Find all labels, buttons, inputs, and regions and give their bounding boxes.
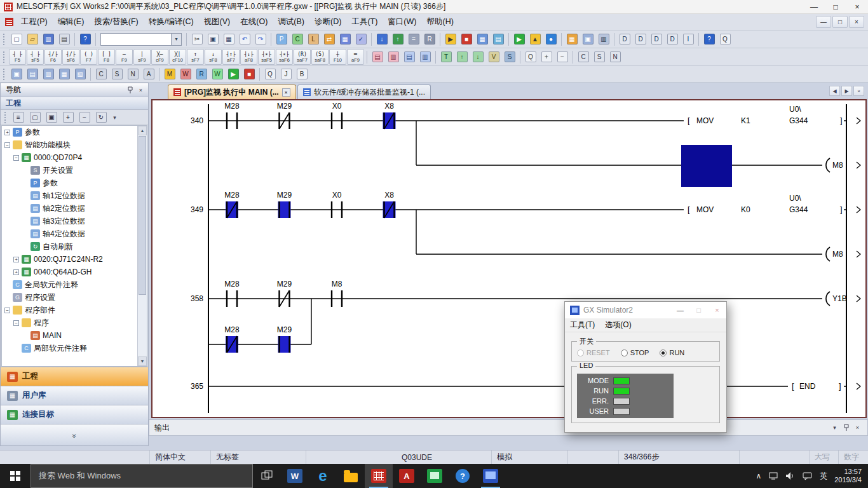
simulator-minimize-button[interactable]: — — [671, 302, 689, 318]
delete-row-icon[interactable]: ▥ — [386, 50, 401, 65]
monitor-write-mode-icon[interactable]: W — [210, 67, 225, 82]
device-comment-icon[interactable]: C — [290, 32, 305, 47]
menu-item-9[interactable]: 窗口(W) — [383, 14, 421, 30]
label-setting-icon[interactable]: L — [306, 32, 321, 47]
tree-expander-icon[interactable]: − — [4, 142, 10, 148]
mdi-child-icon[interactable] — [5, 18, 13, 26]
gx-simulator2-window[interactable]: GX Simulator2 — □ × 工具(T)选项(O) 开关 RESETS… — [564, 301, 727, 433]
nav-close-icon[interactable]: × — [136, 85, 146, 95]
taskbar-app-gx-works2[interactable] — [365, 464, 393, 488]
tab-close-all-icon[interactable]: × — [853, 86, 864, 96]
statement-display-icon[interactable]: S — [592, 50, 607, 65]
toolbar-grip[interactable] — [3, 69, 6, 80]
read-mode-icon[interactable]: R — [194, 67, 209, 82]
copy-icon[interactable]: ▣ — [205, 32, 220, 47]
ladder-saF6-button[interactable]: ┤∗├saF6 — [276, 49, 293, 65]
toolbar-grip[interactable] — [4, 112, 7, 123]
menu-item-0[interactable]: 工程(P) — [16, 14, 53, 30]
tab-close-icon[interactable]: × — [282, 88, 290, 97]
ladder-sF6-button[interactable]: ┤/├sF6 — [62, 49, 79, 65]
taskbar-search[interactable]: 搜索 Web 和 Windows — [31, 464, 253, 488]
mdi-close-button[interactable]: × — [849, 16, 864, 28]
insert-row-icon[interactable]: ▤ — [370, 50, 385, 65]
tree-item-2[interactable]: −▦0000:QD70P4 — [2, 151, 147, 164]
pin-icon[interactable] — [125, 85, 135, 95]
output-pin-icon[interactable] — [841, 423, 851, 433]
taskbar-app-edge[interactable]: e — [309, 464, 337, 488]
save-icon[interactable]: ▥ — [41, 32, 56, 47]
menu-item-2[interactable]: 搜索/替换(F) — [89, 14, 143, 30]
radio-stop[interactable]: STOP — [621, 349, 649, 356]
nav-sort-icon[interactable]: ≡ — [11, 110, 26, 125]
menu-item-10[interactable]: 帮助(H) — [421, 14, 458, 30]
tree-item-15[interactable]: −程序 — [2, 316, 147, 329]
document-tab-0[interactable]: [PRG]监视 执行中 MAIN (...× — [168, 85, 296, 99]
tree-item-17[interactable]: C局部软元件注释 — [2, 342, 147, 355]
write-mode-icon[interactable]: W — [178, 67, 193, 82]
tree-item-7[interactable]: ▤轴3定位数据 — [2, 215, 147, 227]
tree-expander-icon[interactable]: − — [13, 320, 19, 326]
tray-clock[interactable]: 13:57 2019/3/4 — [834, 468, 862, 484]
start-button[interactable] — [0, 464, 31, 488]
zoom-in-icon[interactable]: + — [539, 50, 554, 65]
selection-cursor[interactable] — [681, 145, 732, 187]
toolbar-grip[interactable] — [3, 34, 6, 45]
scroll-down-icon[interactable]: ▼ — [138, 356, 147, 366]
convert-icon[interactable]: ⇄ — [322, 32, 337, 47]
tree-item-8[interactable]: ▤轴4定位数据 — [2, 227, 147, 240]
taskbar-app-gx-simulator[interactable] — [477, 464, 505, 488]
tray-expand-icon[interactable]: ∧ — [756, 471, 761, 480]
remote-operation-icon[interactable]: R — [422, 32, 437, 47]
element-selection-icon[interactable]: ▣ — [580, 32, 595, 47]
write-to-plc-icon[interactable]: ↓ — [374, 32, 390, 47]
taskbar-app-green-utility[interactable] — [421, 464, 449, 488]
display-comment-icon[interactable]: C — [93, 67, 109, 82]
taskbar-app-task-view[interactable] — [253, 464, 281, 488]
display-note-icon[interactable]: N — [125, 67, 140, 82]
simulator-title-bar[interactable]: GX Simulator2 — □ × — [565, 302, 726, 318]
tree-item-14[interactable]: −程序部件 — [2, 304, 147, 316]
ladder-saF5-button[interactable]: ┤∗├saF5 — [258, 49, 275, 65]
tree-item-12[interactable]: C全局软元件注释 — [2, 278, 147, 291]
tree-item-0[interactable]: +P参数 — [2, 126, 147, 139]
nav-more-strip[interactable]: » — [1, 424, 148, 445]
note-display-icon[interactable]: N — [607, 50, 623, 65]
ladder-sF5-button[interactable]: ┤ ├sF5 — [27, 49, 44, 65]
ladder-F8-button[interactable]: [ ]F8 — [98, 49, 115, 65]
project-window-icon[interactable]: ▣ — [9, 67, 24, 82]
nav-button-project[interactable]: ▦工程 — [1, 367, 148, 386]
sim-menu-item-0[interactable]: 工具(T) — [570, 320, 595, 330]
undo-icon[interactable]: ↶ — [237, 32, 252, 47]
insert-column-icon[interactable]: ▤ — [402, 50, 417, 65]
watch-window-2-icon[interactable]: D — [633, 32, 648, 47]
taskbar-app-word[interactable]: W — [281, 464, 309, 488]
nav-collapseall-icon[interactable]: − — [77, 110, 92, 125]
read-from-plc-icon[interactable]: ↑ — [390, 32, 405, 47]
nav-button-connect[interactable]: ▦连接目标 — [1, 405, 148, 424]
monitor-start-icon[interactable]: ▶ — [443, 32, 458, 47]
volume-icon[interactable] — [785, 471, 796, 480]
radio-run[interactable]: RUN — [660, 349, 684, 356]
scroll-thumb[interactable] — [139, 136, 146, 295]
stop-monitor2-icon[interactable]: ■ — [241, 67, 257, 82]
nav-refresh-icon[interactable]: ↻ — [93, 110, 109, 125]
menu-item-1[interactable]: 编辑(E) — [53, 14, 90, 30]
tree-item-3[interactable]: S开关设置 — [2, 164, 147, 177]
tree-item-1[interactable]: −智能功能模块 — [2, 139, 147, 151]
document-tab-1[interactable]: 软元件/缓冲存储器批量监视-1 (... — [297, 85, 431, 99]
program-select-combo[interactable]: ▾ — [100, 33, 182, 46]
tree-item-16[interactable]: ▤MAIN — [2, 329, 147, 342]
intelligent-function-icon[interactable]: I — [681, 32, 696, 47]
ladder-F6-button[interactable]: ┤/├F6 — [44, 49, 62, 65]
help-icon[interactable]: ? — [78, 32, 93, 47]
find-device-icon[interactable]: Q — [717, 32, 733, 47]
tray-pc-icon[interactable] — [768, 471, 778, 480]
navigation-window-icon[interactable]: ▦ — [564, 32, 580, 47]
monitor-mode-icon[interactable]: M — [162, 67, 177, 82]
tree-item-11[interactable]: +▦0040:Q64AD-GH — [2, 266, 147, 278]
output-window-icon[interactable]: ▥ — [596, 32, 611, 47]
mdi-restore-button[interactable]: □ — [832, 16, 848, 28]
taskbar-app-acrobat[interactable]: A — [393, 464, 421, 488]
mdi-minimize-button[interactable]: — — [816, 16, 831, 28]
ladder-sF8-button[interactable]: ↓sF8 — [205, 49, 222, 65]
